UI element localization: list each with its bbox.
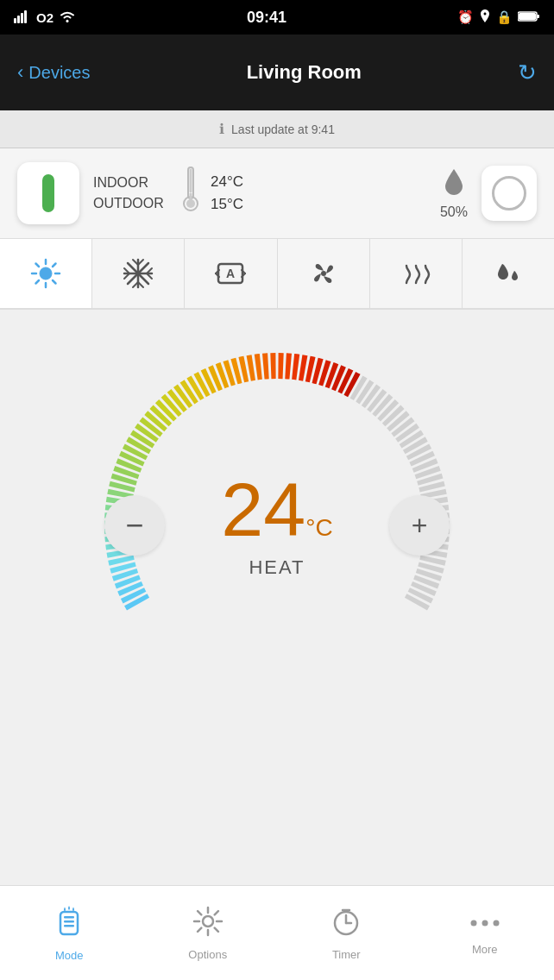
- svg-line-19: [53, 280, 56, 284]
- tab-timer[interactable]: Timer: [277, 906, 416, 961]
- more-tab-label: More: [472, 943, 498, 956]
- back-button[interactable]: ‹ Devices: [17, 61, 90, 84]
- svg-point-45: [203, 916, 213, 927]
- mode-auto-button[interactable]: A: [185, 239, 277, 308]
- status-right: ⏰ 🔒: [457, 9, 540, 26]
- svg-line-21: [36, 280, 40, 284]
- timer-tab-icon: [331, 906, 362, 943]
- options-tab-label: Options: [188, 948, 227, 961]
- carrier-label: O2: [36, 10, 54, 25]
- decrease-temp-button[interactable]: −: [104, 495, 165, 556]
- temperature-value: 24: [221, 472, 305, 548]
- svg-rect-44: [64, 925, 74, 927]
- svg-rect-2: [21, 13, 23, 23]
- plus-icon: +: [412, 512, 428, 539]
- thermometer-icon: [181, 166, 200, 222]
- refresh-button[interactable]: ↻: [518, 60, 537, 86]
- svg-rect-7: [537, 15, 539, 18]
- thermostat-area: − 24 °C HEAT +: [0, 310, 554, 732]
- page-title: Living Room: [247, 61, 362, 84]
- svg-rect-6: [519, 13, 536, 20]
- status-time: 09:41: [247, 9, 286, 27]
- mode-tab-label: Mode: [55, 949, 84, 962]
- svg-point-51: [482, 920, 488, 927]
- svg-point-40: [321, 271, 326, 276]
- info-icon: ℹ: [219, 121, 224, 137]
- device-panel: INDOOR OUTDOOR 24°C 15°C: [0, 148, 554, 239]
- clock-status-icon: ⏰: [457, 9, 474, 25]
- update-bar: ℹ Last update at 9:41: [0, 110, 554, 148]
- svg-rect-3: [24, 10, 27, 23]
- increase-temp-button[interactable]: +: [389, 495, 450, 556]
- status-left: O2: [14, 9, 76, 26]
- svg-rect-41: [60, 912, 78, 934]
- indoor-temp: 24°C: [211, 173, 243, 191]
- tab-mode[interactable]: Mode: [0, 905, 139, 962]
- mode-dry-button[interactable]: [463, 239, 554, 308]
- location-icon: [479, 9, 491, 26]
- power-button[interactable]: [17, 162, 79, 224]
- power-indicator: [42, 174, 54, 212]
- outdoor-label: OUTDOOR: [93, 196, 171, 211]
- minus-icon: −: [125, 510, 143, 541]
- svg-rect-12: [190, 193, 192, 206]
- tab-more[interactable]: More: [416, 910, 555, 956]
- mode-label: HEAT: [221, 556, 332, 579]
- svg-point-52: [493, 920, 499, 927]
- options-tab-icon: [192, 906, 223, 943]
- tab-options[interactable]: Options: [139, 906, 278, 961]
- camera-circle: [492, 176, 526, 210]
- svg-point-13: [40, 267, 52, 280]
- svg-line-18: [36, 264, 40, 267]
- mode-fan-button[interactable]: [278, 239, 370, 308]
- mode-tab-icon: [55, 905, 83, 944]
- svg-rect-0: [14, 18, 16, 23]
- svg-point-50: [470, 920, 476, 927]
- nav-bar: ‹ Devices Living Room ↻: [0, 35, 554, 110]
- temperature-labels: INDOOR OUTDOOR: [93, 175, 171, 211]
- update-text: Last update at 9:41: [231, 122, 335, 136]
- back-chevron-icon: ‹: [17, 61, 23, 84]
- battery-icon: [518, 10, 540, 25]
- svg-text:A: A: [226, 267, 235, 280]
- indoor-label: INDOOR: [93, 175, 171, 191]
- svg-rect-43: [64, 920, 74, 923]
- outdoor-temp: 15°C: [211, 196, 243, 213]
- status-bar: O2 09:41 ⏰ 🔒: [0, 0, 554, 35]
- svg-rect-9: [190, 168, 192, 192]
- mode-icons-row: A: [0, 239, 554, 310]
- svg-rect-42: [64, 916, 74, 919]
- dial-center: 24 °C HEAT: [221, 472, 332, 579]
- dial-container: − 24 °C HEAT +: [79, 327, 475, 724]
- wifi-icon: [59, 9, 76, 26]
- humidity-section: 50%: [440, 167, 468, 220]
- svg-rect-1: [17, 16, 20, 23]
- back-label: Devices: [28, 63, 90, 83]
- timer-tab-label: Timer: [332, 948, 361, 961]
- water-drop-icon: [444, 167, 464, 201]
- tab-bar: Mode Options Timer: [0, 885, 554, 980]
- camera-button[interactable]: [482, 166, 537, 221]
- signal-icon: [14, 9, 31, 26]
- more-tab-icon: [469, 910, 500, 938]
- svg-line-20: [53, 264, 56, 267]
- mode-heat-button[interactable]: [0, 239, 92, 308]
- temperature-values: 24°C 15°C: [211, 173, 243, 213]
- svg-point-4: [66, 20, 69, 22]
- temperature-unit: °C: [305, 514, 332, 542]
- mode-dry-heat-button[interactable]: [370, 239, 463, 308]
- lock-icon: 🔒: [496, 9, 513, 25]
- humidity-value: 50%: [440, 204, 468, 220]
- mode-cool-button[interactable]: [92, 239, 185, 308]
